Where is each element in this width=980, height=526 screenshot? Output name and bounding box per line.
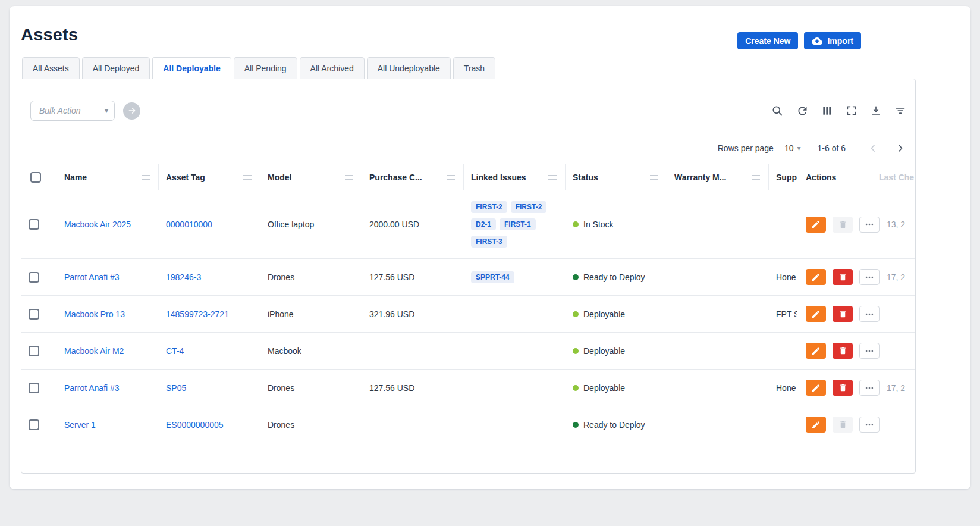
linked-issue-badge[interactable]: FIRST-2 (471, 201, 507, 213)
more-actions-button[interactable] (859, 417, 880, 433)
delete-button[interactable] (833, 343, 853, 359)
status-cell: In Stock (566, 190, 667, 258)
edit-button[interactable] (806, 417, 826, 433)
asset-name-link[interactable]: Parrot Anafi #3 (64, 383, 120, 393)
name-cell: Parrot Anafi #3 (57, 370, 159, 406)
actions-cell (797, 406, 915, 443)
delete-button[interactable] (833, 269, 853, 285)
row-checkbox[interactable] (29, 346, 39, 356)
bulk-action-select[interactable]: Bulk Action ▾ (30, 101, 115, 121)
row-checkbox[interactable] (29, 383, 39, 393)
edit-button[interactable] (806, 343, 826, 359)
export-button[interactable] (870, 105, 882, 117)
asset-name-link[interactable]: Parrot Anafi #3 (64, 273, 120, 282)
select-all-checkbox[interactable] (30, 172, 41, 183)
drag-handle-icon[interactable] (142, 175, 150, 180)
import-button[interactable]: Import (804, 32, 861, 49)
tab-all-deployable[interactable]: All Deployable (152, 57, 231, 79)
row-checkbox[interactable] (29, 219, 39, 230)
tab-all-archived[interactable]: All Archived (300, 57, 365, 79)
status-label: Deployable (583, 383, 625, 393)
drag-handle-icon[interactable] (548, 175, 557, 180)
asset-tag-link[interactable]: 148599723-2721 (166, 309, 229, 319)
asset-name-link[interactable]: Server 1 (64, 420, 96, 430)
assets-table: Name Asset Tag Model Purchase C... Linke… (21, 164, 915, 443)
asset-name-link[interactable]: Macbook Pro 13 (64, 309, 125, 319)
warranty-cell (667, 333, 769, 369)
delete-button[interactable] (833, 380, 853, 396)
more-actions-button[interactable] (859, 343, 880, 359)
row-checkbox[interactable] (29, 419, 39, 430)
header-purchase-cost[interactable]: Purchase C... (362, 164, 464, 190)
ellipsis-icon (864, 383, 875, 393)
tab-all-undeployable[interactable]: All Undeployable (367, 57, 451, 79)
edit-button[interactable] (806, 306, 826, 322)
asset-tag-cell: CT-4 (159, 333, 260, 369)
search-button[interactable] (771, 105, 784, 117)
asset-tag-link[interactable]: 0000010000 (166, 220, 212, 229)
linked-issue-badge[interactable]: FIRST-3 (471, 236, 507, 248)
purchase-cost-cell (362, 406, 464, 443)
tab-all-deployed[interactable]: All Deployed (82, 57, 150, 79)
drag-handle-icon[interactable] (447, 175, 455, 180)
asset-tag-link[interactable]: ES0000000005 (166, 420, 224, 430)
tab-all-assets[interactable]: All Assets (22, 57, 80, 79)
asset-tag-link[interactable]: 198246-3 (166, 273, 201, 282)
header-name[interactable]: Name (57, 164, 159, 190)
row-checkbox[interactable] (29, 309, 39, 320)
more-actions-button[interactable] (859, 306, 880, 322)
page-header: Assets Create New Import (21, 6, 916, 45)
edit-button[interactable] (806, 269, 826, 285)
asset-name-link[interactable]: Macbook Air 2025 (64, 220, 131, 229)
arrow-right-icon (127, 106, 137, 115)
refresh-icon (796, 105, 809, 117)
linked-issue-badge[interactable]: D2-1 (471, 218, 496, 230)
header-asset-tag[interactable]: Asset Tag (159, 164, 260, 190)
row-checkbox[interactable] (29, 272, 39, 283)
delete-button[interactable] (833, 217, 853, 233)
refresh-button[interactable] (796, 105, 809, 117)
asset-tag-link[interactable]: SP05 (166, 383, 186, 393)
linked-issue-badge[interactable]: FIRST-1 (500, 218, 536, 230)
clipped-date-text: 17, 2 (887, 273, 905, 282)
drag-handle-icon[interactable] (243, 175, 252, 180)
header-status[interactable]: Status (566, 164, 667, 190)
edit-button[interactable] (806, 380, 826, 396)
drag-handle-icon[interactable] (345, 175, 353, 180)
download-icon (870, 105, 882, 117)
more-actions-button[interactable] (859, 269, 880, 285)
header-warranty[interactable]: Warranty M... (667, 164, 769, 190)
status-cell: Deployable (566, 333, 667, 369)
asset-name-link[interactable]: Macbook Air M2 (64, 346, 124, 356)
edit-button[interactable] (806, 217, 826, 233)
columns-button[interactable] (821, 105, 833, 117)
fullscreen-button[interactable] (846, 105, 857, 117)
status-dot (573, 385, 579, 391)
drag-handle-icon[interactable] (752, 175, 760, 180)
asset-tag-link[interactable]: CT-4 (166, 346, 184, 356)
delete-button[interactable] (833, 417, 853, 433)
table-row: Parrot Anafi #3198246-3Drones127.56 USDS… (21, 259, 915, 296)
model-cell: iPhone (260, 296, 362, 332)
pagination-bar: Rows per page 10 ▾ 1-6 of 6 (30, 142, 906, 154)
linked-issue-badge[interactable]: FIRST-2 (511, 201, 547, 213)
more-actions-button[interactable] (859, 380, 880, 396)
next-page-button[interactable] (894, 142, 906, 154)
more-actions-button[interactable] (859, 217, 880, 233)
linked-issue-badge[interactable]: SPPRT-44 (471, 271, 514, 283)
clipped-date-text: 17, 2 (887, 383, 905, 393)
filter-button[interactable] (894, 105, 906, 117)
header-model[interactable]: Model (260, 164, 362, 190)
tab-all-pending[interactable]: All Pending (234, 57, 297, 79)
create-new-button[interactable]: Create New (737, 32, 798, 49)
drag-handle-icon[interactable] (650, 175, 658, 180)
rows-per-page-select[interactable]: 10 ▾ (784, 143, 801, 153)
header-actions-cell: Actions Last Che (797, 164, 915, 190)
table-body: Macbook Air 20250000010000Office laptop2… (21, 190, 915, 443)
tab-trash[interactable]: Trash (453, 57, 495, 79)
asset-tag-cell: 0000010000 (159, 190, 260, 258)
apply-bulk-action-button[interactable] (123, 102, 140, 120)
header-linked-issues[interactable]: Linked Issues (464, 164, 566, 190)
prev-page-button[interactable] (867, 142, 879, 154)
delete-button[interactable] (833, 306, 853, 322)
